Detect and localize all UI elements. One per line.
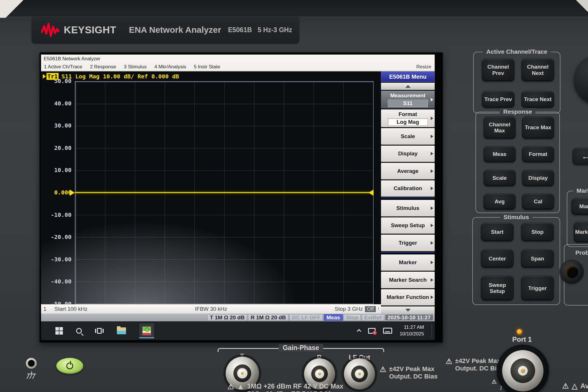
- measurement-display: Tr1 S11 Log Mag 10.00 dB/ Ref 0.000 dB 5…: [41, 72, 381, 304]
- menu-mkr-analysis[interactable]: 4 Mkr/Analysis: [154, 64, 186, 70]
- softkey-average[interactable]: Average: [381, 163, 435, 179]
- dc-lf-status: DC LF OFF: [289, 314, 323, 321]
- trace-prev-button[interactable]: Trace Prev: [482, 91, 514, 108]
- group-title: Active Channel/Trace: [483, 48, 551, 55]
- softkey-trigger[interactable]: Trigger: [381, 235, 435, 251]
- trigger-button[interactable]: Trigger: [521, 276, 554, 300]
- softkey-label: Marker Function: [387, 294, 429, 300]
- softkey-scale[interactable]: Scale: [381, 128, 435, 145]
- model-number: E5061B: [228, 26, 252, 34]
- active-trace-arrow-icon: [43, 74, 46, 79]
- softkey-marker-search[interactable]: Marker Search: [381, 272, 435, 288]
- gain-phase-bracket: Gain-Phase: [218, 348, 384, 352]
- softkey-scroll-down-button[interactable]: [381, 306, 435, 314]
- softkey-marker[interactable]: Marker: [381, 254, 435, 271]
- brand-plate: KEYSIGHT ENA Network Analyzer E5061B 5 H…: [32, 16, 299, 43]
- top-edge: [0, 0, 588, 16]
- y-axis-label: -30.00: [41, 256, 73, 263]
- y-axis-label: -10.00: [41, 211, 73, 218]
- softkey-format[interactable]: Format Log Mag: [381, 109, 435, 127]
- channel-status-bar: 1 Start 100 kHz IFBW 30 kHz Stop 3 GHz O…: [41, 304, 381, 314]
- network-disconnected-icon[interactable]: [368, 328, 376, 334]
- search-icon[interactable]: [76, 328, 82, 334]
- power-button[interactable]: [56, 358, 83, 374]
- softkey-label: Scale: [401, 133, 415, 140]
- lf-out-warning: ⚠ ±42V Peak Max Output. DC Bias: [380, 365, 438, 380]
- background-corner: [560, 0, 588, 12]
- rotary-knob[interactable]: [574, 55, 588, 105]
- softkey-calibration[interactable]: Calibration: [381, 180, 435, 197]
- avg-button[interactable]: Avg: [483, 194, 516, 210]
- submenu-arrow-icon: [431, 117, 433, 120]
- ifbw-value[interactable]: IFBW 30 kHz: [41, 306, 381, 312]
- softkey-value: Log Mag: [388, 118, 428, 126]
- reference-level-arrow-icon: [369, 190, 374, 196]
- sweep-setup-button[interactable]: Sweep Setup: [481, 276, 514, 300]
- show-desktop-divider[interactable]: [432, 324, 432, 337]
- chassis-ground-icon: [25, 371, 38, 380]
- up-arrow-icon: [405, 85, 411, 88]
- span-button[interactable]: Span: [521, 249, 554, 268]
- esd-warning: ⚠ △ Avo: [562, 382, 588, 390]
- stop-button[interactable]: Stop: [521, 223, 554, 241]
- softkey-label: Sweep Setup: [391, 222, 425, 229]
- resize-control[interactable]: Resize: [416, 64, 431, 70]
- analyzer-app-icon[interactable]: [139, 323, 154, 338]
- softkey-label: Trigger: [399, 240, 417, 246]
- extref-status: ExtRef: [362, 314, 384, 321]
- frequency-range: 5 Hz-3 GHz: [258, 26, 292, 34]
- start-button[interactable]: Start: [481, 223, 514, 241]
- triangle-icon: ▲: [237, 383, 244, 392]
- marker-fctn-button[interactable]: Marker Fctn: [574, 222, 588, 242]
- group-title: Stimulus: [500, 214, 533, 221]
- back-arrow-key[interactable]: ←: [572, 148, 588, 165]
- y-axis-label: 30.00: [41, 122, 73, 129]
- format-button[interactable]: Format: [522, 146, 554, 162]
- cal-button[interactable]: Cal: [522, 194, 554, 210]
- submenu-arrow-icon: [431, 241, 433, 245]
- tray-expand-chevron-icon[interactable]: [357, 329, 361, 334]
- warning-icon: ⚠: [562, 382, 569, 390]
- softkey-scroll-up-button[interactable]: [381, 83, 435, 90]
- menu-active-ch-trace[interactable]: 1 Active Ch/Trace: [44, 64, 82, 70]
- scale-button[interactable]: Scale: [483, 170, 516, 186]
- brand-name: KEYSIGHT: [64, 24, 116, 36]
- trace-next-button[interactable]: Trace Next: [521, 91, 554, 108]
- submenu-arrow-icon: [431, 224, 433, 227]
- channel-prev-button[interactable]: Channel Prev: [482, 59, 514, 81]
- menu-response[interactable]: 2 Response: [90, 64, 116, 70]
- s11-trace-line: [75, 192, 374, 193]
- meas-button[interactable]: Meas: [483, 146, 516, 162]
- warning-icon: ⚠: [227, 383, 234, 392]
- marker-button[interactable]: Marker: [571, 198, 588, 215]
- channel-next-button[interactable]: Channel Next: [521, 59, 554, 81]
- trace-max-button[interactable]: Trace Max: [522, 116, 554, 139]
- menu-instr-state[interactable]: 5 Instr State: [194, 64, 220, 70]
- left-arrow-icon: ←: [581, 151, 588, 161]
- task-view-icon[interactable]: [95, 328, 104, 334]
- group-active-channel-trace: Active Channel/Trace Channel Prev Channe…: [473, 52, 560, 113]
- display-button[interactable]: Display: [522, 170, 554, 186]
- file-explorer-icon[interactable]: [117, 327, 126, 334]
- softkey-display[interactable]: Display: [381, 146, 435, 162]
- submenu-arrow-icon: [431, 278, 433, 282]
- submenu-arrow-icon: [431, 296, 433, 299]
- port1-n-connector: [497, 345, 549, 392]
- product-name: ENA Network Analyzer: [129, 25, 221, 35]
- softkey-marker-function[interactable]: Marker Function: [381, 289, 435, 306]
- port1-led: [517, 329, 522, 334]
- touch-keyboard-icon[interactable]: [383, 328, 392, 334]
- group-response: Response Channel Max Trace Max Meas Form…: [475, 112, 560, 213]
- group-title: Probe: [575, 249, 588, 256]
- reference-level-arrow-icon: [70, 190, 75, 196]
- center-button[interactable]: Center: [481, 249, 514, 268]
- menu-stimulus[interactable]: 3 Stimulus: [124, 64, 146, 70]
- taskbar-clock[interactable]: 11:27 AM 10/10/2025: [400, 324, 424, 337]
- softkey-label: Marker: [399, 259, 417, 266]
- start-button-icon[interactable]: [55, 327, 63, 335]
- softkey-sweep-setup[interactable]: Sweep Setup: [381, 217, 435, 234]
- softkey-measurement[interactable]: Measurement S11: [381, 91, 435, 109]
- channel-max-button[interactable]: Channel Max: [483, 116, 516, 139]
- y-axis-reference-label: 0.000: [41, 189, 73, 196]
- softkey-stimulus[interactable]: Stimulus: [381, 200, 435, 217]
